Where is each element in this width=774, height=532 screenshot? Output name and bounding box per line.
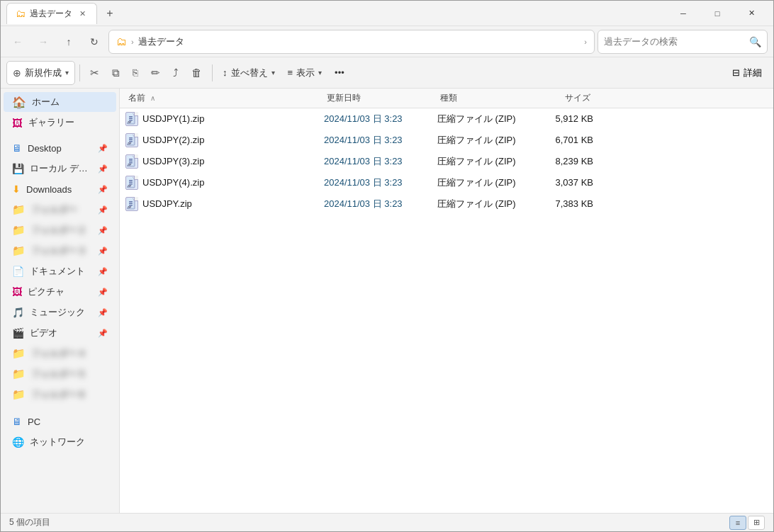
- details-button[interactable]: ⊟ 詳細: [727, 63, 768, 83]
- table-row[interactable]: ZIP USDJPY.zip 2024/11/03 日 3:23 圧縮ファイル …: [120, 193, 773, 215]
- svg-rect-36: [129, 201, 133, 203]
- pin-icon-6: 📌: [98, 246, 108, 256]
- file-name-text: USDJPY.zip: [142, 198, 192, 209]
- sidebar-item-folder2[interactable]: 📁 フォルダー２ 📌: [4, 220, 116, 240]
- sidebar-folder5-label: フォルダー５: [31, 368, 108, 380]
- delete-button[interactable]: 🗑: [186, 61, 208, 85]
- paste-icon: ⎘: [133, 67, 138, 78]
- svg-line-18: [134, 156, 135, 159]
- view-label: 表示: [296, 67, 315, 79]
- svg-rect-5: [129, 118, 133, 119]
- file-name-cell: ZIP USDJPY.zip: [125, 197, 324, 211]
- grid-view-button[interactable]: ⊞: [748, 516, 765, 530]
- sidebar-documents-label: ドキュメント: [30, 265, 92, 278]
- search-bar[interactable]: 🔍: [598, 30, 768, 54]
- sidebar-pc-label: PC: [28, 417, 108, 427]
- svg-line-10: [134, 135, 135, 137]
- main-tab[interactable]: 🗂 過去データ ✕: [6, 3, 97, 24]
- sidebar-item-network[interactable]: 🌐 ネットワーク: [4, 432, 116, 452]
- cut-icon: ✂: [90, 67, 99, 79]
- svg-text:ZIP: ZIP: [128, 185, 132, 188]
- rename-button[interactable]: ✏: [145, 61, 166, 85]
- file-list: 名前 ∧ 更新日時 種類 サイズ: [120, 89, 773, 513]
- sort-button[interactable]: ↕ 並べ替え ▾: [217, 61, 281, 85]
- table-row[interactable]: ZIP USDJPY(2).zip 2024/11/03 日 3:23 圧縮ファ…: [120, 130, 773, 151]
- sidebar-item-pc[interactable]: 🖥 PC: [4, 412, 116, 431]
- plus-icon: ⊕: [13, 67, 21, 79]
- svg-text:ZIP: ZIP: [128, 164, 132, 166]
- search-input[interactable]: [604, 36, 745, 47]
- pin-icon-9: 📌: [98, 307, 108, 317]
- zip-icon: ZIP: [125, 112, 138, 126]
- col-header-size[interactable]: サイズ: [537, 91, 593, 106]
- copy-icon: ⧉: [112, 67, 120, 79]
- path-separator-1: ›: [131, 38, 134, 46]
- view-icon: ≡: [288, 67, 293, 78]
- forward-button[interactable]: →: [32, 30, 55, 53]
- svg-rect-21: [129, 160, 133, 162]
- sidebar-item-home[interactable]: 🏠 ホーム: [4, 92, 116, 112]
- disk-icon: 💾: [12, 163, 24, 174]
- tab-close-button[interactable]: ✕: [77, 8, 88, 19]
- svg-rect-12: [129, 137, 133, 139]
- maximize-button[interactable]: □: [701, 3, 734, 24]
- sidebar-item-music[interactable]: 🎵 ミュージック 📌: [4, 302, 116, 322]
- more-button[interactable]: •••: [329, 61, 350, 85]
- sidebar-item-desktop[interactable]: 🖥 Desktop 📌: [4, 138, 116, 158]
- sidebar-item-local-disk[interactable]: 💾 ローカル ディスク (C:) 📌: [4, 159, 116, 179]
- file-size-cell: 3,037 KB: [537, 177, 593, 188]
- view-toggle: ≡ ⊞: [729, 516, 765, 530]
- file-type-cell: 圧縮ファイル (ZIP): [437, 198, 537, 210]
- pin-icon-3: 📌: [98, 184, 108, 194]
- file-date-cell: 2024/11/03 日 3:23: [324, 176, 437, 189]
- svg-line-34: [134, 198, 135, 201]
- table-row[interactable]: ZIP USDJPY(1).zip 2024/11/03 日 3:23 圧縮ファ…: [120, 108, 773, 130]
- home-icon: 🏠: [12, 96, 26, 109]
- col-header-date[interactable]: 更新日時: [324, 91, 437, 106]
- pin-icon-4: 📌: [98, 205, 108, 215]
- file-type-cell: 圧縮ファイル (ZIP): [437, 113, 537, 125]
- table-row[interactable]: ZIP USDJPY(4).zip 2024/11/03 日 3:23 圧縮ファ…: [120, 172, 773, 193]
- folder5-icon: 📁: [12, 368, 26, 380]
- sidebar-item-folder4[interactable]: 📁 フォルダー４: [4, 344, 116, 363]
- share-icon: ⤴: [173, 67, 179, 79]
- paste-button[interactable]: ⎘: [127, 61, 144, 85]
- sidebar-item-folder6[interactable]: 📁 フォルダー６: [4, 385, 116, 404]
- new-tab-button[interactable]: +: [100, 4, 120, 23]
- sidebar-item-video[interactable]: 🎬 ビデオ 📌: [4, 323, 116, 343]
- svg-text:ZIP: ZIP: [128, 206, 132, 209]
- sidebar-item-pictures[interactable]: 🖼 ピクチャ 📌: [4, 282, 116, 302]
- back-button[interactable]: ←: [6, 30, 29, 53]
- sidebar-item-folder1[interactable]: 📁 フォルダー 📌: [4, 200, 116, 220]
- refresh-button[interactable]: ↻: [83, 30, 106, 53]
- sort-arrow-icon: ▾: [271, 69, 275, 77]
- pictures-icon: 🖼: [12, 286, 22, 298]
- new-create-button[interactable]: ⊕ 新規作成 ▾: [6, 61, 75, 85]
- sidebar-folder3-label: フォルダー３: [31, 244, 92, 257]
- copy-button[interactable]: ⧉: [106, 61, 125, 85]
- sidebar-item-gallery[interactable]: 🖼 ギャラリー: [4, 113, 116, 132]
- col-header-type[interactable]: 種類: [437, 91, 537, 106]
- file-list-header: 名前 ∧ 更新日時 種類 サイズ: [120, 89, 773, 108]
- file-size-cell: 7,383 KB: [537, 198, 593, 209]
- file-type-cell: 圧縮ファイル (ZIP): [437, 176, 537, 189]
- cut-button[interactable]: ✂: [84, 61, 105, 85]
- folder1-icon: 📁: [12, 203, 26, 216]
- close-button[interactable]: ✕: [735, 3, 768, 24]
- sort-label: 並べ替え: [231, 67, 268, 79]
- table-row[interactable]: ZIP USDJPY(3).zip 2024/11/03 日 3:23 圧縮ファ…: [120, 151, 773, 172]
- view-button[interactable]: ≡ 表示 ▾: [282, 61, 328, 85]
- minimize-button[interactable]: ─: [667, 3, 700, 24]
- sidebar-item-folder3[interactable]: 📁 フォルダー３ 📌: [4, 241, 116, 261]
- sidebar-item-downloads[interactable]: ⬇ Downloads 📌: [4, 179, 116, 199]
- sidebar-item-documents[interactable]: 📄 ドキュメント 📌: [4, 261, 116, 281]
- up-button[interactable]: ↑: [57, 30, 80, 53]
- pin-icon-10: 📌: [98, 328, 108, 338]
- file-type-cell: 圧縮ファイル (ZIP): [437, 155, 537, 168]
- address-bar[interactable]: 🗂 › 過去データ ›: [108, 30, 595, 54]
- sidebar-item-folder5[interactable]: 📁 フォルダー５: [4, 364, 116, 384]
- downloads-icon: ⬇: [12, 183, 21, 195]
- col-header-name[interactable]: 名前 ∧: [125, 91, 324, 106]
- share-button[interactable]: ⤴: [167, 61, 184, 85]
- list-view-button[interactable]: ≡: [729, 516, 746, 530]
